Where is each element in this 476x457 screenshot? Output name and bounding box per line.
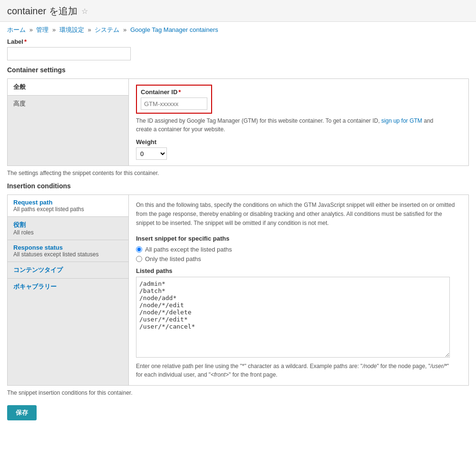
insertion-sidebar-vocabulary[interactable]: ボキャブラリー bbox=[8, 279, 128, 295]
breadcrumb-settings[interactable]: 環境設定 bbox=[59, 26, 84, 33]
main-content: Label* Container settings 全般 高度 Contain bbox=[0, 38, 476, 430]
container-settings-content: Container ID* The ID assigned by Google … bbox=[129, 79, 468, 165]
sign-up-gtm-link[interactable]: sign up for GTM bbox=[381, 117, 422, 124]
container-id-wrapper: Container ID* bbox=[136, 85, 212, 114]
radio-group-paths: All paths except the listed paths Only t… bbox=[136, 246, 461, 263]
insertion-description: On this and the following tabs, specify … bbox=[136, 201, 459, 228]
container-id-label: Container ID* bbox=[141, 88, 207, 96]
label-field-group: Label* bbox=[7, 38, 469, 60]
insert-snippet-heading: Insert snippet for specific paths bbox=[136, 235, 461, 242]
breadcrumb-home[interactable]: ホーム bbox=[7, 26, 26, 33]
insertion-sidebar-role[interactable]: 役割 All roles bbox=[8, 217, 128, 240]
container-settings-note: The settings affecting the snippet conte… bbox=[7, 170, 469, 176]
listed-paths-label: Listed paths bbox=[136, 267, 461, 274]
weight-label: Weight bbox=[136, 138, 461, 146]
paths-help-text: Enter one relative path per line using t… bbox=[136, 362, 450, 379]
listed-paths-textarea[interactable]: /admin* /batch* /node/add* /node/*/edit … bbox=[136, 277, 450, 358]
breadcrumb: ホーム » 管理 » 環境設定 » システム » Google Tag Mana… bbox=[0, 22, 476, 38]
insertion-sidebar-request-path[interactable]: Request path All paths except listed pat… bbox=[8, 195, 128, 217]
insertion-conditions-heading: Insertion conditions bbox=[7, 182, 469, 190]
page-header: container を追加 ☆ bbox=[0, 0, 476, 22]
label-input[interactable] bbox=[7, 47, 131, 60]
insertion-sidebar-response-status[interactable]: Response status All statuses except list… bbox=[8, 240, 128, 262]
page-title: container を追加 bbox=[7, 5, 78, 18]
sidebar-item-general[interactable]: 全般 bbox=[8, 79, 128, 96]
sidebar-item-advanced[interactable]: 高度 bbox=[8, 96, 128, 112]
container-settings-sidebar: 全般 高度 bbox=[8, 79, 129, 165]
container-id-input[interactable] bbox=[141, 97, 207, 110]
favorite-star-icon[interactable]: ☆ bbox=[81, 7, 88, 16]
container-settings-box: 全般 高度 Container ID* The ID assigned by G… bbox=[7, 78, 469, 166]
insertion-conditions-note: The snippet insertion conditions for thi… bbox=[7, 389, 469, 396]
insertion-sidebar-content-type[interactable]: コンテンツタイプ bbox=[8, 262, 128, 279]
label-field-label: Label* bbox=[7, 38, 469, 45]
insertion-sidebar: Request path All paths except listed pat… bbox=[8, 195, 129, 385]
radio-only-paths-input[interactable] bbox=[136, 256, 142, 262]
radio-all-paths[interactable]: All paths except the listed paths bbox=[136, 246, 461, 253]
breadcrumb-admin[interactable]: 管理 bbox=[36, 26, 49, 33]
radio-only-paths[interactable]: Only the listed paths bbox=[136, 255, 461, 263]
breadcrumb-system[interactable]: システム bbox=[95, 26, 119, 33]
container-settings-heading: Container settings bbox=[7, 66, 469, 74]
breadcrumb-gtm[interactable]: Google Tag Manager containers bbox=[130, 26, 218, 33]
container-id-required: * bbox=[178, 88, 181, 96]
insertion-conditions-box: Request path All paths except listed pat… bbox=[7, 194, 469, 386]
container-id-help: The ID assigned by Google Tag Manager (G… bbox=[136, 117, 450, 134]
radio-all-paths-input[interactable] bbox=[136, 246, 142, 253]
insertion-content: On this and the following tabs, specify … bbox=[129, 195, 468, 385]
weight-select[interactable]: 0 1 -1 bbox=[136, 147, 167, 160]
save-button[interactable]: 保存 bbox=[7, 405, 37, 420]
required-indicator: * bbox=[24, 38, 27, 45]
